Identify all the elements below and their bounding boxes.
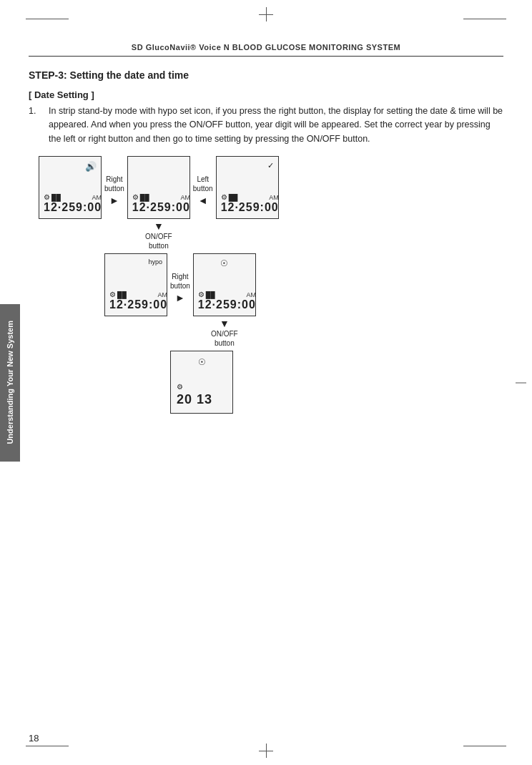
step-title: STEP-3: Setting the date and time xyxy=(29,69,503,81)
screen6-bottom: ⚙ 20 13 xyxy=(177,383,227,407)
screen2-left-group: ⚙ ██ 12·25 xyxy=(132,193,164,214)
screen2-gear: ⚙ xyxy=(132,193,139,201)
onoff-arrow: ▼ xyxy=(154,220,164,232)
body-number: 1. xyxy=(29,104,49,118)
screen3-am: AM xyxy=(253,194,279,201)
screen4-time: 12·25 xyxy=(109,298,142,311)
screen2-time2: 9:00 xyxy=(164,201,190,214)
screen6: ☉ ⚙ 20 13 xyxy=(170,351,233,414)
reg-line-tl xyxy=(26,19,69,19)
screen5-right-group: AM 9:00 xyxy=(230,291,256,311)
page-header: SD GlucoNavii® Voice N BLOOD GLUCOSE MON… xyxy=(29,43,503,57)
right-arrow-group1: Rightbutton ► xyxy=(104,156,124,219)
right-arrow-group2: Rightbutton ► xyxy=(170,253,190,316)
screen2-time: 12·25 xyxy=(132,201,164,214)
screen4-bottom: ⚙ ██ 12·25 AM 9:00 xyxy=(109,291,162,311)
screen3-icon: ✓ xyxy=(221,161,274,170)
screen1-col: 🔊 ⚙ ██ 12·25 AM 9:00 xyxy=(39,156,102,219)
left-button-label: Leftbutton xyxy=(193,175,213,193)
diagram-block: 🔊 ⚙ ██ 12·25 AM 9:00 xyxy=(39,156,503,414)
screen2-am: AM xyxy=(164,194,190,201)
screen2-right-group: AM 9:00 xyxy=(164,194,190,214)
header-title: SD GlucoNavii® Voice N BLOOD GLUCOSE MON… xyxy=(132,43,400,52)
screen3-col: ✓ ⚙ ██ 12·25 AM 9:00 xyxy=(216,156,279,219)
screen4-right-group: AM 9:00 xyxy=(142,291,167,311)
side-tab-label: Understanding Your New System xyxy=(6,321,14,444)
screen4-gear: ⚙ xyxy=(109,291,116,298)
screen1-gear: ⚙ xyxy=(44,193,50,201)
screen3-time: 12·25 xyxy=(221,201,253,214)
screen4-bars: ██ xyxy=(117,291,127,298)
screen1-am: AM xyxy=(76,194,102,201)
screen5-gear: ⚙ xyxy=(198,291,205,298)
screen2-seg: ⚙ ██ xyxy=(132,193,164,201)
right-button-label2: Rightbutton xyxy=(170,272,190,291)
screen5-am: AM xyxy=(230,291,256,298)
diagram-row3: ☉ ⚙ 20 13 xyxy=(170,351,503,414)
diagram-row1: 🔊 ⚙ ██ 12·25 AM 9:00 xyxy=(39,156,503,250)
screen4-col: hypo ⚙ ██ 12·25 AM 9:00 xyxy=(104,253,167,316)
screen6-gear: ⚙ xyxy=(177,383,227,391)
onoff-button-label: ON/OFFbutton xyxy=(145,232,172,250)
right-arrow1: ► xyxy=(109,195,119,206)
onoff-arrow2: ▼ xyxy=(220,318,230,329)
screen1: 🔊 ⚙ ██ 12·25 AM 9:00 xyxy=(39,156,102,219)
screen5-bars: ██ xyxy=(206,291,215,298)
side-mark-right xyxy=(516,382,526,383)
cross-bottom-mark xyxy=(259,744,273,758)
screen3-bars: ██ xyxy=(229,194,238,201)
cross-top-mark xyxy=(259,7,273,21)
screen1-bottom: ⚙ ██ 12·25 AM 9:00 xyxy=(44,193,97,214)
right-arrow2: ► xyxy=(175,292,185,303)
left-arrow-group: Leftbutton ◄ xyxy=(193,156,213,219)
screen5-bottom: ⚙ ██ 12·25 AM 9:00 xyxy=(198,291,251,311)
onoff-group: ▼ ON/OFFbutton xyxy=(145,220,172,250)
screen4-left-group: ⚙ ██ 12·25 xyxy=(109,291,142,311)
onoff-group2: ▼ ON/OFFbutton xyxy=(211,318,238,348)
screen1-right-group: AM 9:00 xyxy=(76,194,102,214)
screen4: hypo ⚙ ██ 12·25 AM 9:00 xyxy=(104,253,167,316)
screen1-time: 12·25 xyxy=(44,201,76,214)
reg-line-bl xyxy=(26,746,69,746)
screen6-year: 20 13 xyxy=(177,392,227,407)
screen5-time: 12·25 xyxy=(198,298,230,311)
main-content: SD GlucoNavii® Voice N BLOOD GLUCOSE MON… xyxy=(29,43,503,722)
side-tab: Understanding Your New System xyxy=(0,304,20,462)
page-number: 18 xyxy=(29,733,39,744)
screen2-bottom: ⚙ ██ 12·25 AM 9:00 xyxy=(132,193,185,214)
diagram-row2: hypo ⚙ ██ 12·25 AM 9:00 xyxy=(104,253,503,348)
onoff-button-label2: ON/OFFbutton xyxy=(211,329,238,348)
screen3-time2: 9:00 xyxy=(253,201,279,214)
left-arrow: ◄ xyxy=(198,195,208,206)
screen1-left-group: ⚙ ██ 12·25 xyxy=(44,193,76,214)
screen3-left-group: ⚙ ██ 12·25 xyxy=(221,193,253,214)
screen1-seg: ⚙ ██ xyxy=(44,193,76,201)
screen2-col: ⚙ ██ 12·25 AM 9:00 ▼ ON/OFFbut xyxy=(127,156,190,250)
screen5-left-group: ⚙ ██ 12·25 xyxy=(198,291,230,311)
screen2-bars: ██ xyxy=(140,194,149,201)
screen5: ☉ ⚙ ██ 12·25 AM 9:00 xyxy=(193,253,256,316)
screen5-icon: ☉ xyxy=(198,258,251,268)
screen4-seg: ⚙ ██ xyxy=(109,291,142,298)
screen5-seg: ⚙ ██ xyxy=(198,291,230,298)
screen4-time2: 9:00 xyxy=(142,298,167,311)
screen1-time2: 9:00 xyxy=(76,201,102,214)
screen1-bars: ██ xyxy=(51,194,61,201)
body-content: In strip stand-by mode with hypo set ico… xyxy=(49,106,503,144)
section-heading: [ Date Setting ] xyxy=(29,89,503,100)
body-text: 1.In strip stand-by mode with hypo set i… xyxy=(29,104,503,146)
reg-line-br xyxy=(463,746,506,746)
screen3-seg: ⚙ ██ xyxy=(221,193,253,201)
screen4-am: AM xyxy=(142,291,167,298)
screen1-icon: 🔊 xyxy=(44,161,97,172)
reg-line-tr xyxy=(463,19,506,19)
screen3-gear: ⚙ xyxy=(221,193,227,201)
screen5-col: ☉ ⚙ ██ 12·25 AM 9:00 xyxy=(193,253,256,348)
screen4-hypo: hypo xyxy=(109,258,162,265)
screen2: ⚙ ██ 12·25 AM 9:00 xyxy=(127,156,190,219)
screen3-bottom: ⚙ ██ 12·25 AM 9:00 xyxy=(221,193,274,214)
screen3: ✓ ⚙ ██ 12·25 AM 9:00 xyxy=(216,156,279,219)
screen5-time2: 9:00 xyxy=(230,298,256,311)
screen6-icon-top: ☉ xyxy=(177,357,227,367)
screen2-top xyxy=(132,161,185,174)
